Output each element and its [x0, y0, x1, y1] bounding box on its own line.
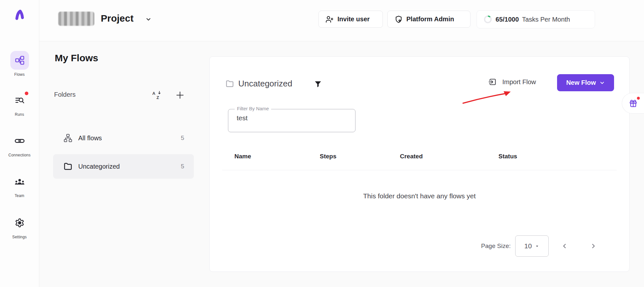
- folder-item-all-flows[interactable]: All flows 5: [53, 126, 194, 150]
- chevron-down-icon: [145, 16, 152, 23]
- sidebar-label-team: Team: [14, 193, 24, 198]
- sort-az-icon[interactable]: A Z: [152, 90, 162, 100]
- activepieces-logo-icon[interactable]: [13, 8, 26, 22]
- new-flow-label: New Flow: [566, 79, 596, 86]
- next-page-button[interactable]: [590, 242, 597, 250]
- top-header: Project Invite user Plat: [39, 0, 644, 41]
- sitemap-icon: [63, 134, 72, 143]
- user-plus-icon: [326, 15, 334, 23]
- filter-name-input[interactable]: [236, 114, 347, 122]
- team-icon: [10, 172, 29, 191]
- new-flow-button[interactable]: New Flow: [557, 74, 614, 91]
- platform-admin-button[interactable]: Platform Admin: [387, 11, 470, 28]
- column-header-created[interactable]: Created: [400, 153, 423, 160]
- runs-icon: [10, 91, 29, 110]
- gift-icon: [629, 99, 638, 108]
- platform-admin-label: Platform Admin: [406, 15, 454, 23]
- import-flow-button[interactable]: Import Flow: [488, 77, 536, 86]
- chevron-down-icon: [599, 80, 605, 86]
- sidebar-item-settings[interactable]: Settings: [0, 213, 39, 239]
- flows-icon: [10, 51, 29, 70]
- notification-dot: [637, 97, 640, 100]
- filter-funnel-icon[interactable]: [314, 80, 322, 88]
- invite-user-label: Invite user: [337, 15, 370, 23]
- page-title: My Flows: [55, 53, 98, 64]
- sidebar-label-runs: Runs: [15, 112, 24, 117]
- folder-count: 5: [181, 163, 184, 170]
- gear-icon: [10, 213, 29, 232]
- filter-name-field: Filter By Name: [228, 109, 355, 132]
- sidebar-item-runs[interactable]: Runs: [0, 91, 39, 117]
- tasks-label: Tasks Per Month: [522, 16, 570, 23]
- redacted-project-name: [58, 12, 94, 26]
- progress-ring-icon: [483, 15, 492, 24]
- panel-title: Uncategorized: [238, 79, 292, 89]
- folders-heading: Folders: [54, 91, 76, 98]
- previous-page-button[interactable]: [561, 242, 568, 250]
- folder-icon: [63, 162, 72, 171]
- column-header-name[interactable]: Name: [234, 153, 251, 160]
- folder-item-uncategorized[interactable]: Uncategorized 5: [53, 154, 194, 179]
- add-folder-button[interactable]: [175, 91, 185, 100]
- link-icon: [10, 132, 29, 150]
- empty-state-message: This folder doesn't have any flows yet: [209, 192, 630, 200]
- tasks-usage-pill[interactable]: 65/1000 Tasks Per Month: [477, 10, 595, 28]
- invite-user-button[interactable]: Invite user: [318, 11, 383, 28]
- sidebar: Flows Runs Connections: [0, 0, 39, 287]
- chevron-down-icon: [535, 243, 540, 249]
- sidebar-item-flows[interactable]: Flows: [0, 51, 39, 77]
- sidebar-item-connections[interactable]: Connections: [0, 132, 39, 157]
- project-switcher[interactable]: Project: [39, 0, 174, 41]
- import-flow-label: Import Flow: [502, 78, 536, 86]
- notification-dot: [25, 92, 28, 95]
- sidebar-item-team[interactable]: Team: [0, 172, 39, 198]
- app-root: Flows Runs Connections: [0, 0, 644, 287]
- panel-folder-icon: [225, 79, 234, 88]
- sidebar-label-flows: Flows: [14, 72, 24, 77]
- folder-label: All flows: [78, 134, 175, 142]
- filter-field-label: Filter By Name: [235, 106, 271, 111]
- page-size-select[interactable]: 10: [515, 235, 549, 257]
- folder-label: Uncategorized: [78, 163, 175, 170]
- table-divider: [222, 170, 617, 170]
- tasks-count: 65/1000: [496, 16, 519, 23]
- import-icon: [488, 77, 497, 86]
- gift-tab-button[interactable]: [622, 93, 644, 114]
- column-header-steps[interactable]: Steps: [320, 153, 336, 160]
- svg-text:A: A: [152, 91, 156, 96]
- project-title: Project: [101, 13, 134, 24]
- page-size-value: 10: [524, 242, 532, 250]
- sidebar-label-settings: Settings: [12, 235, 27, 239]
- page-size-label: Page Size:: [470, 242, 511, 250]
- folder-count: 5: [181, 134, 184, 142]
- shield-icon: [395, 15, 402, 23]
- column-header-status[interactable]: Status: [498, 153, 517, 160]
- sidebar-label-connections: Connections: [8, 153, 31, 157]
- svg-text:Z: Z: [156, 95, 159, 100]
